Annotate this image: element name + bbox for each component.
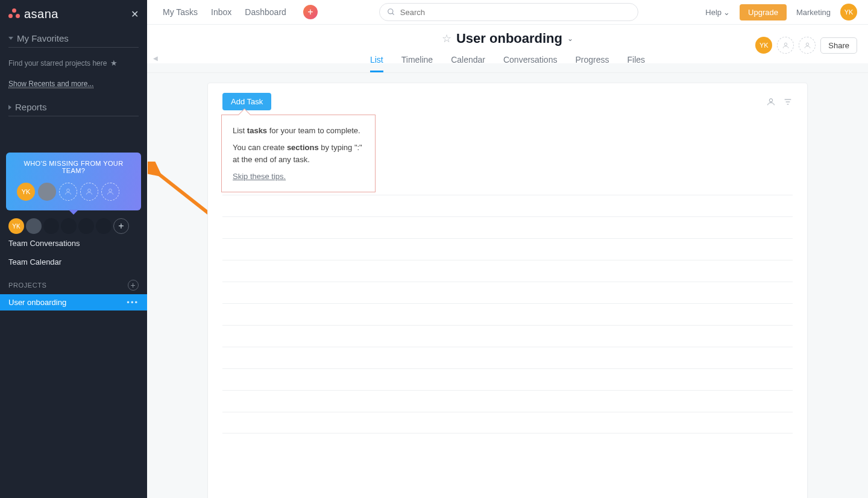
sidebar-project-user-onboarding[interactable]: User onboarding •••	[0, 294, 147, 310]
tab-progress[interactable]: Progress	[575, 55, 609, 72]
onboarding-tip: List tasks for your team to complete. Yo…	[221, 115, 376, 192]
task-row[interactable]	[222, 260, 793, 282]
topbar: My Tasks Inbox Dashboard + Help⌄ Upgrade…	[147, 0, 868, 24]
search-box[interactable]	[379, 3, 638, 21]
search-icon	[387, 8, 395, 16]
svg-point-2	[109, 189, 112, 192]
workspace-label[interactable]: Marketing	[796, 8, 831, 17]
add-member-icon[interactable]	[799, 37, 816, 54]
task-row[interactable]	[222, 282, 793, 303]
avatar-self[interactable]: YK	[8, 218, 24, 234]
svg-point-5	[388, 9, 393, 14]
task-list-card: Add Task List tasks for your team to com…	[207, 83, 808, 498]
avatar-slot[interactable]	[61, 218, 77, 234]
team-conversations-link[interactable]: Team Conversations	[0, 234, 147, 253]
share-button[interactable]: Share	[820, 37, 857, 54]
svg-point-8	[806, 43, 808, 45]
task-row[interactable]	[222, 390, 793, 412]
svg-point-7	[784, 43, 787, 45]
nav-my-tasks[interactable]: My Tasks	[163, 7, 198, 17]
tooltip-pointer-icon	[69, 210, 78, 215]
user-avatar[interactable]: YK	[840, 4, 857, 20]
project-menu-caret-icon[interactable]: ⌄	[567, 34, 573, 43]
svg-line-6	[392, 13, 394, 15]
task-row[interactable]	[222, 347, 793, 368]
avatar-slot[interactable]	[78, 218, 94, 234]
nav-inbox[interactable]: Inbox	[211, 7, 231, 17]
show-recents-link[interactable]: Show Recents and more...	[8, 80, 93, 89]
quick-add-button[interactable]: +	[303, 5, 318, 19]
project-tabs: List Timeline Calendar Conversations Pro…	[147, 55, 868, 72]
reports-header[interactable]: Reports	[8, 102, 139, 112]
project-header: ◀ ☆ User onboarding ⌄ YK Share List Time…	[147, 24, 868, 73]
avatar-placeholder-icon	[59, 183, 77, 201]
avatar-slot[interactable]	[43, 218, 59, 234]
reports-label: Reports	[15, 102, 47, 112]
help-menu[interactable]: Help⌄	[705, 8, 730, 17]
star-outline-icon[interactable]: ☆	[442, 32, 451, 45]
project-title[interactable]: User onboarding	[456, 31, 562, 46]
task-row[interactable]	[222, 238, 793, 260]
favorites-label: My Favorites	[17, 33, 69, 43]
avatar-placeholder-icon	[101, 183, 119, 201]
svg-point-1	[88, 189, 91, 192]
add-project-button[interactable]: +	[128, 280, 139, 291]
avatar-member[interactable]	[26, 218, 42, 234]
tab-list[interactable]: List	[370, 55, 383, 72]
sidebar: asana ✕ My Favorites Find your starred p…	[0, 0, 147, 498]
invite-team-card[interactable]: WHO'S MISSING FROM YOUR TEAM? YK	[6, 153, 141, 210]
caret-right-icon	[8, 105, 11, 110]
avatar-member	[38, 183, 56, 201]
svg-point-0	[67, 189, 70, 192]
favorites-hint: Find your starred projects here ★	[8, 58, 139, 68]
tab-timeline[interactable]: Timeline	[401, 55, 433, 72]
assignee-filter-icon[interactable]	[766, 97, 776, 107]
add-member-icon[interactable]	[777, 37, 794, 54]
projects-label: PROJECTS	[8, 282, 46, 289]
invite-team-title: WHO'S MISSING FROM YOUR TEAM?	[12, 160, 135, 174]
add-task-button[interactable]: Add Task	[222, 93, 271, 110]
avatar-placeholder-icon	[80, 183, 98, 201]
task-row[interactable]	[222, 325, 793, 347]
upgrade-button[interactable]: Upgrade	[740, 4, 787, 20]
svg-point-9	[769, 98, 772, 101]
tab-files[interactable]: Files	[627, 55, 645, 72]
team-avatars-row: YK +	[0, 215, 147, 234]
main-area: My Tasks Inbox Dashboard + Help⌄ Upgrade…	[147, 0, 868, 498]
star-icon: ★	[110, 58, 118, 68]
project-actions-icon[interactable]: •••	[127, 298, 139, 307]
add-member-button[interactable]: +	[113, 218, 129, 234]
task-row[interactable]	[222, 368, 793, 390]
caret-down-icon	[8, 37, 13, 40]
task-row[interactable]	[222, 412, 793, 433]
nav-dashboard[interactable]: Dashboard	[245, 7, 286, 17]
brand-name: asana	[24, 7, 58, 21]
member-avatar[interactable]: YK	[755, 37, 772, 54]
tab-calendar[interactable]: Calendar	[451, 55, 485, 72]
search-input[interactable]	[400, 8, 631, 17]
favorites-header[interactable]: My Favorites	[8, 33, 139, 43]
task-rows	[222, 195, 793, 433]
skip-tips-link[interactable]: Skip these tips.	[233, 171, 286, 183]
team-calendar-link[interactable]: Team Calendar	[0, 253, 147, 271]
close-sidebar-icon[interactable]: ✕	[131, 8, 139, 20]
project-item-label: User onboarding	[8, 298, 66, 307]
task-row[interactable]	[222, 195, 793, 216]
task-row[interactable]	[222, 216, 793, 238]
avatar-slot[interactable]	[96, 218, 112, 234]
brand-logo[interactable]: asana	[8, 7, 58, 21]
chevron-down-icon: ⌄	[723, 8, 730, 17]
filter-icon[interactable]	[783, 97, 793, 107]
collapse-icon[interactable]: ◀	[153, 55, 158, 61]
task-row[interactable]	[222, 303, 793, 325]
avatar-self: YK	[17, 183, 35, 201]
tab-conversations[interactable]: Conversations	[503, 55, 558, 72]
asana-logo-icon	[8, 8, 20, 20]
